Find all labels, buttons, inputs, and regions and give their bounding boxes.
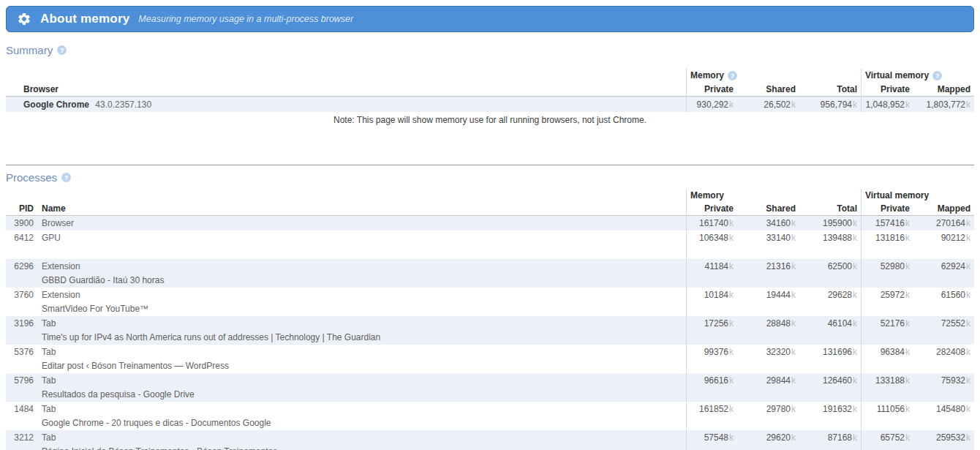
- total-cell: 87168k: [799, 430, 861, 445]
- shared-cell: 34160k: [737, 216, 799, 230]
- pid-cell: 1484: [6, 402, 34, 416]
- shared-cell: 33140k: [737, 230, 799, 245]
- col-name: Name: [42, 203, 686, 214]
- summary-group-header-row: Memory ? Virtual memory ?: [6, 69, 974, 82]
- process-row: 1484 Tab Google Chrome - 20 truques e di…: [6, 402, 974, 430]
- process-title: Editar post ‹ Bóson Treinamentos — WordP…: [42, 359, 686, 373]
- total-cell: 195900k: [799, 216, 861, 230]
- about-memory-page: About memory Measuring memory usage in a…: [0, 0, 980, 450]
- summary-private-cell: 930,292k: [686, 100, 737, 110]
- process-title: [42, 245, 686, 259]
- pid-cell: 3760: [6, 288, 34, 302]
- pid-cell: 6296: [6, 259, 34, 274]
- header-bar: About memory Measuring memory usage in a…: [6, 6, 974, 32]
- memory-group-header: Memory ?: [686, 70, 861, 80]
- shared-cell: 29620k: [737, 430, 799, 445]
- vm-private-cell: 133188k: [861, 373, 913, 388]
- memory-help-icon[interactable]: ?: [728, 71, 737, 80]
- vm-private-cell: 96384k: [861, 345, 913, 359]
- browser-version: 43.0.2357.130: [95, 100, 151, 110]
- process-row: 3760 Extension SmartVideo For YouTube™ 1…: [6, 288, 974, 316]
- process-row: 3900 Browser 161740k 34160k 195900k 1574…: [6, 216, 974, 230]
- process-row: 3196 Tab Time's up for IPv4 as North Ame…: [6, 316, 974, 345]
- total-cell: 62500k: [799, 259, 861, 274]
- page-subtitle: Measuring memory usage in a multi-proces…: [138, 14, 353, 24]
- vm-private-cell: 25972k: [861, 288, 913, 302]
- vm-help-icon[interactable]: ?: [932, 71, 942, 80]
- col-vm-private: Private: [861, 203, 913, 214]
- section-divider: [6, 165, 974, 165]
- pid-cell: 3196: [6, 316, 34, 331]
- gear-icon: [17, 12, 31, 26]
- col-shared: Shared: [737, 203, 799, 214]
- process-row: 6412 GPU 106348k 33140k 139488k 131816k …: [6, 230, 974, 259]
- col-private: Private: [686, 84, 737, 94]
- name-cell: Tab Time's up for IPv4 as North America …: [42, 316, 686, 345]
- name-cell: Tab Página Inicial da Bóson Treinamentos…: [42, 430, 686, 450]
- vm-mapped-cell: 72552k: [913, 316, 974, 331]
- processes-help-icon[interactable]: ?: [61, 173, 71, 182]
- total-cell: 46104k: [799, 316, 861, 331]
- process-row: 6296 Extension GBBD Guardião - Itaú 30 h…: [6, 259, 974, 288]
- processes-table: Memory Virtual memory PID Name Private S…: [6, 189, 974, 450]
- process-title: Google Chrome - 20 truques e dicas - Doc…: [42, 416, 686, 430]
- private-cell: 161852k: [686, 402, 737, 416]
- name-cell: GPU: [42, 230, 686, 259]
- name-cell: Browser: [42, 216, 686, 230]
- vm-group-header: Virtual memory ?: [861, 70, 974, 80]
- shared-cell: 21316k: [737, 259, 799, 274]
- vm-private-cell: 65752k: [861, 430, 913, 445]
- pid-cell: 6412: [6, 230, 34, 245]
- vm-group-separator: [861, 189, 862, 450]
- col-browser: Browser: [23, 84, 686, 94]
- process-title: Resultados da pesquisa - Google Drive: [42, 388, 686, 402]
- shared-cell: 29780k: [737, 402, 799, 416]
- shared-cell: 32320k: [737, 345, 799, 359]
- processes-column-header-row: PID Name Private Shared Total Private Ma…: [6, 202, 974, 216]
- col-vm-private: Private: [861, 84, 913, 94]
- summary-total-cell: 956,794k: [799, 100, 861, 110]
- pid-cell: 3900: [6, 216, 34, 230]
- name-cell: Extension SmartVideo For YouTube™: [42, 288, 686, 316]
- vm-mapped-cell: 270164k: [913, 216, 974, 230]
- total-cell: 139488k: [799, 230, 861, 245]
- vm-private-cell: 157416k: [861, 216, 913, 230]
- summary-column-header-row: Browser Private Shared Total Private Map…: [6, 82, 974, 97]
- vm-mapped-cell: 259532k: [913, 430, 974, 445]
- vm-group-separator: [861, 69, 862, 112]
- private-cell: 41184k: [686, 259, 737, 274]
- vm-private-cell: 52176k: [861, 316, 913, 331]
- vm-mapped-cell: 90212k: [913, 230, 974, 245]
- col-total: Total: [799, 84, 861, 94]
- name-cell: Tab Resultados da pesquisa - Google Driv…: [42, 373, 686, 402]
- processes-section-title: Processes ?: [6, 170, 974, 184]
- memory-group-separator: [686, 189, 687, 450]
- summary-row: Google Chrome 43.0.2357.130 930,292k 26,…: [6, 97, 974, 112]
- col-shared: Shared: [737, 84, 799, 94]
- private-cell: 106348k: [686, 230, 737, 245]
- summary-table: Memory ? Virtual memory ? Browser Privat…: [6, 69, 974, 112]
- shared-cell: 28848k: [737, 316, 799, 331]
- process-row: 5376 Tab Editar post ‹ Bóson Treinamento…: [6, 345, 974, 373]
- vm-mapped-cell: 282408k: [913, 345, 974, 359]
- process-type: Tab: [42, 316, 686, 331]
- vm-private-cell: 131816k: [861, 230, 913, 245]
- col-total: Total: [799, 203, 861, 214]
- vm-group-header: Virtual memory: [861, 190, 974, 200]
- private-cell: 161740k: [686, 216, 737, 230]
- summary-shared-cell: 26,502k: [737, 100, 799, 110]
- browser-name: Google Chrome: [23, 100, 89, 110]
- process-type: Extension: [42, 288, 686, 302]
- pid-cell: 3212: [6, 430, 34, 445]
- summary-title-label: Summary: [6, 44, 53, 56]
- process-title: Time's up for IPv4 as North America runs…: [42, 331, 686, 345]
- total-cell: 131696k: [799, 345, 861, 359]
- process-title: SmartVideo For YouTube™: [42, 302, 686, 316]
- processes-group-header-row: Memory Virtual memory: [6, 189, 974, 202]
- vm-mapped-cell: 62924k: [913, 259, 974, 274]
- col-pid: PID: [6, 203, 34, 214]
- process-type: Tab: [42, 373, 686, 388]
- summary-help-icon[interactable]: ?: [57, 45, 67, 55]
- memory-group-separator: [686, 69, 687, 112]
- private-cell: 10184k: [686, 288, 737, 302]
